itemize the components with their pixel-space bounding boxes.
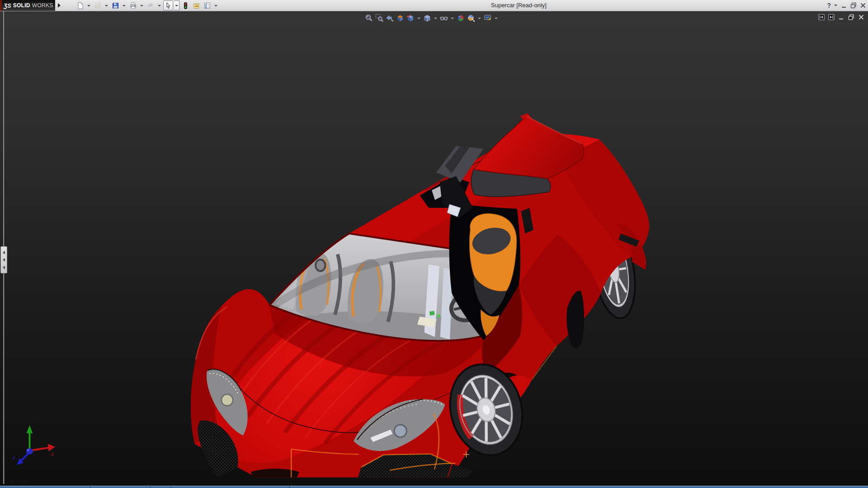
select-button[interactable] xyxy=(163,0,173,10)
triad-z-label: z xyxy=(12,455,15,460)
hide-show-items-icon xyxy=(439,14,448,23)
print-button[interactable] xyxy=(128,0,138,10)
graphics-viewport[interactable]: x z *Dimetric xyxy=(0,11,868,486)
hide-show-items-button[interactable] xyxy=(439,13,449,23)
open-folder-icon xyxy=(94,2,102,9)
options-dropdown[interactable] xyxy=(213,0,219,10)
edit-appearance-button[interactable] xyxy=(456,13,466,23)
restore-document-button[interactable] xyxy=(848,14,854,20)
chevron-left-icon xyxy=(3,258,5,262)
featuremanager-splitter-tab[interactable] xyxy=(0,246,7,273)
apply-scene-dropdown[interactable] xyxy=(476,13,482,23)
pane-right-icon xyxy=(828,14,835,20)
triad-x-label: x xyxy=(51,451,54,457)
view-orientation-icon xyxy=(406,14,415,23)
orientation-triad: x z xyxy=(12,425,55,465)
new-document-button[interactable] xyxy=(75,0,85,10)
pane-left-icon xyxy=(818,14,825,20)
undo-arrow-icon xyxy=(147,2,155,9)
display-style-icon xyxy=(423,14,432,23)
view-settings-dropdown[interactable] xyxy=(493,13,499,23)
new-document-dropdown[interactable] xyxy=(86,0,92,10)
undo-dropdown[interactable] xyxy=(156,0,162,10)
close-window-button[interactable] xyxy=(860,2,866,9)
section-view-button[interactable] xyxy=(395,13,405,23)
select-dropdown[interactable] xyxy=(174,0,179,10)
traffic-light-icon xyxy=(182,2,189,9)
zoom-to-fit-button[interactable] xyxy=(364,13,374,23)
view-orientation-dropdown[interactable] xyxy=(416,13,422,23)
menu-flyout-arrow-icon[interactable] xyxy=(58,3,61,8)
save-button[interactable] xyxy=(110,0,120,10)
print-dropdown[interactable] xyxy=(139,0,145,10)
close-document-button[interactable] xyxy=(858,14,864,20)
next-pane-button[interactable] xyxy=(828,14,835,20)
zoom-to-fit-icon xyxy=(364,14,373,23)
apply-scene-icon xyxy=(467,14,476,23)
heads-up-view-toolbar xyxy=(364,13,499,23)
minimize-window-button[interactable] xyxy=(841,2,847,9)
view-settings-button[interactable] xyxy=(483,13,493,23)
taskbar-edge[interactable] xyxy=(0,486,868,488)
document-title: Supercar [Read-only] xyxy=(491,0,547,11)
options-checklist-icon xyxy=(203,2,211,9)
previous-view-icon xyxy=(385,14,394,23)
main-toolbar xyxy=(75,0,219,10)
select-arrow-icon xyxy=(165,2,172,9)
view-orientation-button[interactable] xyxy=(406,13,415,23)
solidworks-logo: ƷSSOLIDWORKS xyxy=(0,0,55,11)
taskbar-segment-divider xyxy=(90,486,91,488)
undo-button[interactable] xyxy=(146,0,156,10)
previous-pane-button[interactable] xyxy=(818,14,825,20)
supercar-model[interactable]: x z xyxy=(0,11,868,486)
chevron-left-icon xyxy=(3,251,5,254)
open-document-button[interactable] xyxy=(93,0,103,10)
notebook-hand-icon xyxy=(193,2,200,9)
close-icon xyxy=(858,14,864,20)
titlebar: ƷSSOLIDWORKS Supercar [Read-only] ? xyxy=(0,0,868,11)
apply-scene-button[interactable] xyxy=(466,13,476,23)
restore-window-button[interactable] xyxy=(850,2,857,9)
solidworks-logo-text: SOLID xyxy=(13,2,30,9)
new-document-icon xyxy=(76,2,84,9)
open-document-dropdown[interactable] xyxy=(104,0,109,10)
document-window-controls xyxy=(818,14,864,20)
chevron-left-icon xyxy=(3,266,5,269)
display-style-dropdown[interactable] xyxy=(433,13,439,23)
view-settings-icon xyxy=(483,14,492,23)
display-style-button[interactable] xyxy=(422,13,432,23)
restore-icon xyxy=(848,14,854,20)
zoom-to-area-button[interactable] xyxy=(374,13,384,23)
hide-show-items-dropdown[interactable] xyxy=(449,13,455,23)
taskbar-segment-divider xyxy=(150,486,151,488)
previous-view-button[interactable] xyxy=(385,13,395,23)
minimize-document-button[interactable] xyxy=(838,14,844,20)
stoplight-button[interactable] xyxy=(180,0,190,10)
help-icon[interactable]: ? xyxy=(827,2,831,9)
edit-appearance-icon xyxy=(456,14,465,23)
save-floppy-icon xyxy=(112,2,119,9)
save-dropdown[interactable] xyxy=(121,0,127,10)
taskbar-segment-divider xyxy=(289,486,290,488)
minimize-icon xyxy=(838,14,844,20)
options-button[interactable] xyxy=(202,0,212,10)
design-binder-button[interactable] xyxy=(191,0,201,10)
window-controls: ? xyxy=(827,0,866,11)
zoom-to-area-icon xyxy=(375,14,384,23)
solidworks-logo-mark: ƷS xyxy=(4,2,11,9)
taskbar-segment-divider xyxy=(171,486,171,488)
help-dropdown-icon[interactable] xyxy=(834,4,838,7)
view-orientation-label: *Dimetric xyxy=(5,478,29,484)
section-view-icon xyxy=(396,14,405,23)
print-icon xyxy=(129,2,137,9)
